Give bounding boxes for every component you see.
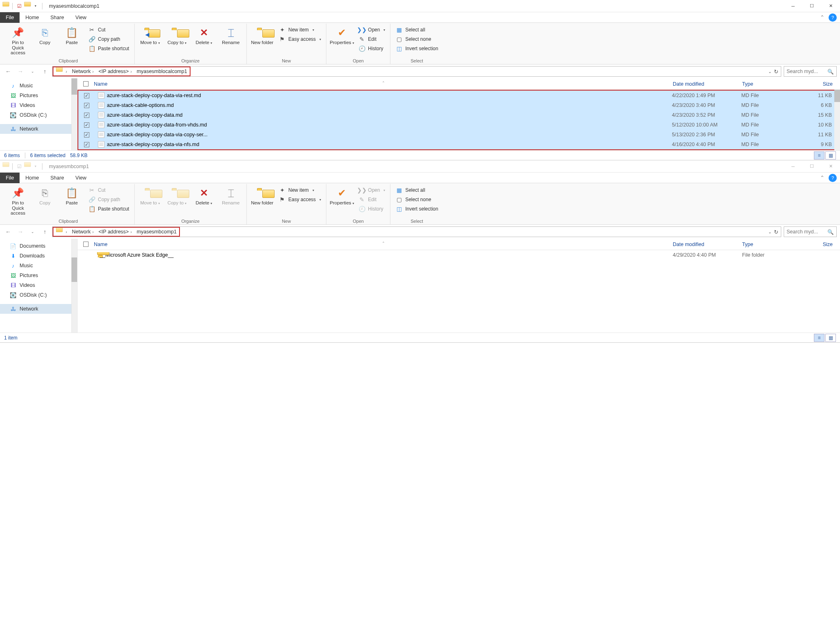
minimize-button[interactable]: ─ <box>784 0 802 12</box>
pin-to-quick-access-button[interactable]: 📌 Pin to Quick access <box>6 24 30 55</box>
invert-selection-button[interactable]: ◫Invert selection <box>394 204 440 213</box>
table-row[interactable]: ✓ azure-stack-deploy-copy-data-from-vhds… <box>78 120 839 130</box>
table-row[interactable]: ✓ azure-stack-deploy-copy-data-via-nfs.m… <box>78 140 839 149</box>
row-checkbox[interactable]: ✓ <box>84 113 89 118</box>
tree-music[interactable]: ♪Music <box>0 81 77 91</box>
recent-dropdown-icon[interactable]: ⌄ <box>28 67 38 76</box>
invert-selection-button[interactable]: ◫Invert selection <box>394 44 440 53</box>
address-bar[interactable]: › Network› <IP address>› myasesmbcomp1 ⌄… <box>52 226 781 237</box>
delete-button[interactable]: ✕ Delete▾ <box>192 24 216 45</box>
paste-button[interactable]: 📋 Paste <box>60 24 84 45</box>
tab-share[interactable]: Share <box>45 173 70 183</box>
header-size[interactable]: Size <box>803 81 840 87</box>
crumb-ip[interactable]: <IP address>› <box>96 228 134 236</box>
close-button[interactable]: ✕ <box>821 0 840 12</box>
address-bar[interactable]: › Network› <IP address>› myasesmblocalco… <box>52 66 781 77</box>
tab-share[interactable]: Share <box>45 12 70 23</box>
icons-view-button[interactable]: ▦ <box>825 334 836 342</box>
tab-home[interactable]: Home <box>20 12 44 23</box>
check-qat-icon[interactable]: ☑ <box>16 3 22 9</box>
copy-path-button[interactable]: 🔗Copy path <box>86 35 131 44</box>
edit-button[interactable]: ✎Edit <box>357 35 387 44</box>
new-item-button[interactable]: ✦New item▾ <box>277 25 323 34</box>
maximize-button[interactable]: ☐ <box>802 160 821 173</box>
new-item-button[interactable]: ✦New item▾ <box>277 186 323 195</box>
header-date[interactable]: Date modified <box>673 242 742 247</box>
tree-osdisk[interactable]: 💽OSDisk (C:) <box>0 110 77 120</box>
tree-network[interactable]: 🖧Network <box>0 304 77 314</box>
header-size[interactable]: Size <box>803 242 840 247</box>
tree-downloads[interactable]: ⬇Downloads <box>0 251 77 261</box>
tab-home[interactable]: Home <box>20 173 44 183</box>
easy-access-button[interactable]: ⚑Easy access▾ <box>277 35 323 44</box>
rename-button[interactable]: ⌶Rename <box>219 185 243 206</box>
row-checkbox[interactable]: ✓ <box>84 132 89 138</box>
table-row[interactable]: __Microsoft Azure Stack Edge__ 4/29/2020… <box>78 250 840 260</box>
address-dropdown-icon[interactable]: ⌄ <box>768 230 771 234</box>
tree-scrollbar[interactable] <box>71 78 77 150</box>
copy-to-button[interactable]: Copy to▾ <box>165 185 189 206</box>
properties-button[interactable]: ✔ Properties▾ <box>330 24 354 45</box>
select-all-checkbox[interactable] <box>83 242 89 247</box>
table-row[interactable]: ✓ azure-stack-deploy-copy-data.md 4/23/2… <box>78 110 839 120</box>
copy-button[interactable]: ⎘ Copy <box>33 24 57 45</box>
row-checkbox[interactable]: ✓ <box>84 93 89 98</box>
tab-file[interactable]: File <box>0 12 20 23</box>
table-row[interactable]: ✓ azure-stack-deploy-copy-data-via-copy-… <box>78 130 839 140</box>
refresh-icon[interactable]: ↻ <box>774 229 778 235</box>
paste-button[interactable]: 📋 Paste <box>60 185 84 206</box>
tab-view[interactable]: View <box>70 12 92 23</box>
tree-documents[interactable]: 📄Documents <box>0 241 77 251</box>
tree-osdisk[interactable]: 💽OSDisk (C:) <box>0 290 77 300</box>
address-dropdown-icon[interactable]: ⌄ <box>768 69 771 74</box>
maximize-button[interactable]: ☐ <box>802 0 821 12</box>
header-date[interactable]: Date modified <box>673 81 742 87</box>
select-all-button[interactable]: ▦Select all <box>394 186 440 195</box>
close-button[interactable]: ✕ <box>821 160 840 173</box>
tree-videos[interactable]: 🎞Videos <box>0 280 77 290</box>
crumb-network[interactable]: Network› <box>69 67 96 75</box>
open-button[interactable]: ❯❯Open▾ <box>357 25 387 34</box>
icons-view-button[interactable]: ▦ <box>825 151 836 160</box>
qat-dropdown-icon[interactable]: ▾ <box>32 3 39 9</box>
search-input[interactable]: Search myd... 🔍 <box>784 226 837 237</box>
cut-button[interactable]: ✂Cut <box>86 186 131 195</box>
tree-scrollbar[interactable] <box>71 239 77 333</box>
table-row[interactable]: ✓ azure-stack-cable-options.md 4/23/2020… <box>78 100 839 110</box>
copy-button[interactable]: ⎘ Copy <box>33 185 57 206</box>
qat-dropdown-icon[interactable]: ▾ <box>32 163 39 170</box>
pin-to-quick-access-button[interactable]: 📌 Pin to Quick access <box>6 185 30 216</box>
crumb-root-icon[interactable]: › <box>53 67 69 75</box>
tree-pictures[interactable]: 🖼Pictures <box>0 271 77 280</box>
crumb-network[interactable]: Network› <box>69 228 96 236</box>
tree-network[interactable]: 🖧Network <box>0 124 77 134</box>
tab-view[interactable]: View <box>70 173 92 183</box>
header-type[interactable]: Type <box>742 242 803 247</box>
copy-path-button[interactable]: 🔗Copy path <box>86 195 131 204</box>
folder-qat-icon[interactable] <box>24 163 31 170</box>
rename-button[interactable]: ⌶ Rename <box>219 24 243 45</box>
folder-qat-icon[interactable] <box>24 3 31 9</box>
select-all-button[interactable]: ▦Select all <box>394 25 440 34</box>
delete-button[interactable]: ✕Delete▾ <box>192 185 216 206</box>
recent-dropdown-icon[interactable]: ⌄ <box>28 227 38 237</box>
list-scrollbar[interactable] <box>834 90 840 150</box>
collapse-ribbon-icon[interactable]: ⌃ <box>820 14 824 20</box>
refresh-icon[interactable]: ↻ <box>774 69 778 75</box>
header-name[interactable]: Name⌃ <box>94 81 673 87</box>
new-folder-button[interactable]: New folder <box>250 24 275 45</box>
properties-button[interactable]: ✔Properties▾ <box>330 185 354 206</box>
back-button[interactable]: ← <box>3 67 13 76</box>
move-to-button[interactable]: ◀ Move to▾ <box>138 24 162 45</box>
open-button[interactable]: ❯❯Open▾ <box>357 186 387 195</box>
paste-shortcut-button[interactable]: 📋Paste shortcut <box>86 44 131 53</box>
up-button[interactable]: ↑ <box>40 67 50 76</box>
new-folder-button[interactable]: New folder <box>250 185 275 206</box>
tree-pictures[interactable]: 🖼Pictures <box>0 91 77 100</box>
collapse-ribbon-icon[interactable]: ⌃ <box>820 175 824 181</box>
copy-to-button[interactable]: Copy to▾ <box>165 24 189 45</box>
crumb-folder[interactable]: myasesmbcomp1 <box>134 228 179 236</box>
crumb-folder[interactable]: myasesmblocalcomp1 <box>134 67 190 75</box>
minimize-button[interactable]: ─ <box>784 160 802 173</box>
crumb-root-icon[interactable]: › <box>53 228 69 236</box>
